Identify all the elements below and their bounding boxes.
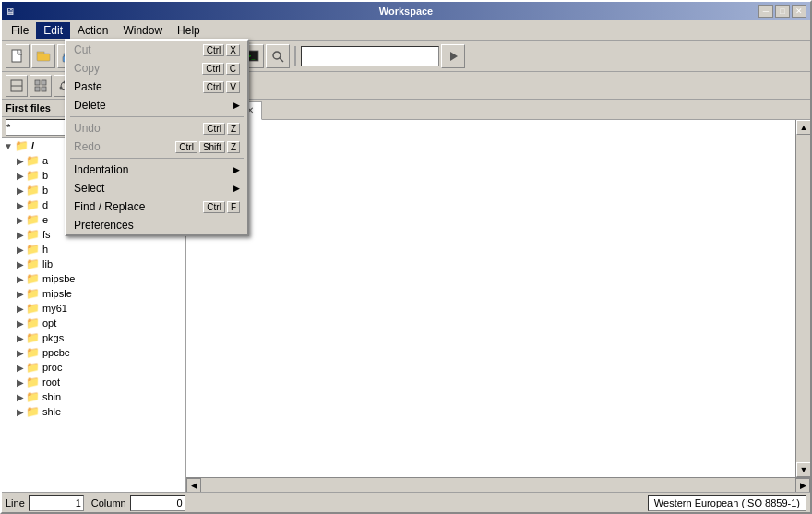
svg-rect-2 xyxy=(37,54,50,61)
tree-item-label: proc xyxy=(42,362,62,373)
search-input[interactable] xyxy=(301,46,439,66)
tree-arrow: ▶ xyxy=(17,392,24,402)
scroll-down-btn[interactable]: ▼ xyxy=(796,462,810,477)
menu-redo[interactable]: Redo Ctrl Shift Z xyxy=(66,137,247,156)
window-icon: 🖥 xyxy=(6,6,15,17)
tree-item-label: b xyxy=(42,170,48,181)
tree-item[interactable]: ▶📁pkgs xyxy=(2,330,185,345)
menu-copy[interactable]: Copy Ctrl C xyxy=(66,59,247,78)
tree-item-label: shle xyxy=(42,406,61,417)
menu-help[interactable]: Help xyxy=(170,22,208,39)
scroll-left-btn[interactable]: ◀ xyxy=(186,478,201,493)
folder-icon: 📁 xyxy=(26,184,40,197)
minimize-btn[interactable]: ─ xyxy=(758,5,773,18)
menu-preferences[interactable]: Preferences xyxy=(66,216,247,234)
tree-item-label: d xyxy=(42,199,48,210)
svg-rect-29 xyxy=(35,87,40,91)
tree-item[interactable]: ▶📁ppcbe xyxy=(2,345,185,360)
svg-point-34 xyxy=(60,86,63,89)
status-bar: Line Column Western European (ISO 8859-1… xyxy=(2,492,810,512)
tree-item-label: fs xyxy=(42,229,51,240)
undo-shortcut: Ctrl Z xyxy=(203,123,240,135)
scroll-up-btn[interactable]: ▲ xyxy=(796,120,810,135)
tree-item[interactable]: ▶📁mipsle xyxy=(2,286,185,301)
tree-arrow: ▶ xyxy=(17,200,24,210)
menu-delete[interactable]: Delete ▶ xyxy=(66,96,247,114)
tb2-btn1[interactable] xyxy=(6,75,28,97)
search-go-btn[interactable] xyxy=(441,44,465,68)
svg-rect-28 xyxy=(42,80,46,85)
line-label: Line xyxy=(6,497,25,508)
menu-window[interactable]: Window xyxy=(115,22,170,39)
window-title: Workspace xyxy=(379,6,434,17)
menu-undo[interactable]: Undo Ctrl Z xyxy=(66,119,247,137)
tree-arrow: ▶ xyxy=(17,245,24,255)
close-btn[interactable]: ✕ xyxy=(792,5,806,18)
tree-item-label: mipsbe xyxy=(42,273,75,284)
column-input[interactable] xyxy=(130,495,185,511)
menu-select[interactable]: Select ▶ xyxy=(66,179,247,197)
open-btn[interactable] xyxy=(31,44,55,68)
edit-menu-dropdown: Cut Ctrl X Copy Ctrl C Paste Ctrl V Dele… xyxy=(65,39,249,236)
tree-item[interactable]: ▶📁my61 xyxy=(2,301,185,316)
folder-icon: 📁 xyxy=(26,257,40,270)
vertical-scrollbar[interactable]: ▲ ▼ xyxy=(795,120,810,477)
tree-arrow: ▶ xyxy=(17,304,24,314)
sep4 xyxy=(294,46,296,66)
tree-arrow: ▶ xyxy=(17,333,24,343)
copy-shortcut: Ctrl C xyxy=(202,63,240,75)
tree-item[interactable]: ▶📁mipsbe xyxy=(2,271,185,286)
scroll-right-btn[interactable]: ▶ xyxy=(795,478,810,493)
tree-arrow: ▼ xyxy=(4,141,13,151)
select-submenu-arrow: ▶ xyxy=(233,184,240,193)
tab-bar: ./Untitled0 ✕ xyxy=(186,100,810,120)
folder-icon: 📁 xyxy=(26,331,40,344)
tree-item-label: b xyxy=(42,185,48,196)
tree-arrow: ▶ xyxy=(17,407,24,417)
tree-item[interactable]: ▶📁h xyxy=(2,242,185,257)
tree-item-label: lib xyxy=(42,258,53,269)
tree-item[interactable]: ▶📁opt xyxy=(2,316,185,330)
tree-arrow: ▶ xyxy=(17,289,24,299)
column-label: Column xyxy=(91,497,126,508)
svg-point-22 xyxy=(273,52,281,59)
folder-icon: 📁 xyxy=(26,405,40,418)
editor-content[interactable] xyxy=(186,120,795,477)
menu-action[interactable]: Action xyxy=(70,22,115,39)
menu-edit[interactable]: Edit xyxy=(36,22,70,39)
tree-item-label: pkgs xyxy=(42,332,64,343)
menu-file[interactable]: File xyxy=(4,22,36,39)
menu-sep1 xyxy=(70,116,244,117)
tree-arrow: ▶ xyxy=(17,274,24,284)
menu-bar: File Edit Action Window Help xyxy=(2,20,810,41)
folder-icon: 📁 xyxy=(26,346,40,359)
tree-item-label: / xyxy=(31,140,34,151)
tree-item-label: ppcbe xyxy=(42,347,70,358)
tree-item[interactable]: ▶📁root xyxy=(2,375,185,389)
menu-indentation[interactable]: Indentation ▶ xyxy=(66,161,247,179)
new-file-btn[interactable] xyxy=(6,44,30,68)
tree-arrow: ▶ xyxy=(17,156,24,166)
tb2-btn2[interactable] xyxy=(30,75,52,97)
tree-item-label: e xyxy=(42,214,48,225)
cut-shortcut: Ctrl X xyxy=(203,44,240,56)
tree-item[interactable]: ▶📁shle xyxy=(2,404,185,419)
tree-arrow: ▶ xyxy=(17,348,24,358)
tree-arrow: ▶ xyxy=(17,318,24,329)
menu-findreplace[interactable]: Find / Replace Ctrl F xyxy=(66,197,247,216)
line-input[interactable] xyxy=(29,495,84,511)
maximize-btn[interactable]: □ xyxy=(775,5,790,18)
scroll-track-v xyxy=(796,135,810,462)
svg-line-23 xyxy=(280,58,283,62)
svg-marker-24 xyxy=(450,52,458,61)
menu-paste[interactable]: Paste Ctrl V xyxy=(66,78,247,96)
tree-arrow: ▶ xyxy=(17,259,24,269)
encoding-text: Western European (ISO 8859-1) xyxy=(654,497,800,508)
tree-arrow: ▶ xyxy=(17,363,24,373)
tree-item[interactable]: ▶📁proc xyxy=(2,360,185,375)
tree-item[interactable]: ▶📁lib xyxy=(2,257,185,271)
tree-item[interactable]: ▶📁sbin xyxy=(2,389,185,404)
menu-cut[interactable]: Cut Ctrl X xyxy=(66,41,247,59)
tree-arrow: ▶ xyxy=(17,230,24,240)
find-btn2[interactable] xyxy=(266,44,290,68)
